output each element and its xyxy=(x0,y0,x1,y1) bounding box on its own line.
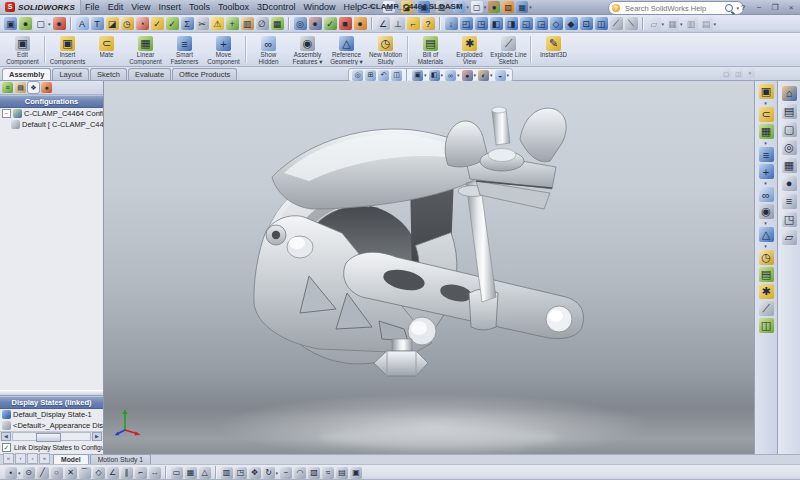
tree-item[interactable]: Default_Display State-1 xyxy=(0,409,103,420)
display-manager-tab-icon[interactable]: ● xyxy=(41,82,52,93)
explode-line-sketch-icon[interactable]: ⟋ xyxy=(759,301,774,316)
section-view-icon[interactable]: ◫ xyxy=(595,17,608,30)
menu-tools[interactable]: Tools xyxy=(185,0,214,14)
menu-view[interactable]: View xyxy=(127,0,154,14)
smart-dimension-icon[interactable]: ↔ xyxy=(149,467,161,479)
zoom-fit-icon[interactable]: ◎ xyxy=(352,70,363,81)
file-explorer-icon[interactable]: ▢ xyxy=(782,122,797,137)
mate-icon[interactable]: ⊂ xyxy=(759,107,774,122)
edit-appearance-icon-caret[interactable]: ▾ xyxy=(474,72,477,78)
custom-properties-icon[interactable]: ≡ xyxy=(782,194,797,209)
new-motion-study-icon[interactable]: ◷ xyxy=(759,250,774,265)
restore-button[interactable]: ❐ xyxy=(768,1,782,14)
window-cascade-icon[interactable]: ▦ xyxy=(666,17,679,30)
instant3d-button-icon[interactable]: ✎ xyxy=(546,36,561,51)
scrollbar-track[interactable] xyxy=(12,432,91,441)
spell-check-icon[interactable]: A xyxy=(76,17,89,30)
snapshot-icon[interactable]: ▣ xyxy=(4,17,17,30)
new-motion-study-button-icon[interactable]: ◷ xyxy=(378,36,393,51)
instant3d-button[interactable]: ✎Instant3D xyxy=(534,33,573,66)
sketch-center-circle-icon[interactable]: ⊙ xyxy=(23,467,35,479)
rotate-view-icon-caret[interactable]: ▾ xyxy=(276,470,279,476)
clipboard-icon[interactable]: ▥ xyxy=(241,17,254,30)
configuration-manager-tab-icon[interactable]: ❖ xyxy=(28,82,39,93)
tab-motion-study-1[interactable]: Motion Study 1 xyxy=(90,454,151,464)
tab-evaluate[interactable]: Evaluate xyxy=(128,68,171,80)
window-arrange-icon[interactable]: ▤ xyxy=(700,17,713,30)
next-tab-button[interactable]: › xyxy=(27,453,38,464)
bill-of-materials-button-icon[interactable]: ▤ xyxy=(423,36,438,51)
sketch-polyline-icon[interactable]: ⌒ xyxy=(79,467,91,479)
mate-button-icon[interactable]: ⊂ xyxy=(99,36,114,51)
menu-3dcontrol[interactable]: 3Dcontrol xyxy=(253,0,300,14)
exploded-view-button[interactable]: ✱Exploded View xyxy=(450,33,489,66)
viewport-split-icon[interactable]: ◫ xyxy=(733,68,743,78)
help-lightbulb-icon[interactable]: ? xyxy=(422,17,435,30)
show-hidden-components-button-icon[interactable]: ∞ xyxy=(261,36,276,51)
standard-views-icon[interactable]: ↓ xyxy=(445,17,458,30)
insert-components-icon-caret[interactable]: ▾ xyxy=(764,100,767,106)
assembly-features-button-icon[interactable]: ◉ xyxy=(300,36,315,51)
linear-component-pattern-button-icon[interactable]: ▦ xyxy=(138,36,153,51)
smart-fasteners-button[interactable]: ≡Smart Fasteners xyxy=(165,33,204,66)
trim-entities-icon[interactable]: ▭ xyxy=(171,467,183,479)
view-orientation-icon[interactable]: ▣ xyxy=(412,70,423,81)
reference-geometry-icon-caret[interactable]: ▾ xyxy=(764,243,767,249)
sketch-offset-icon[interactable]: ◇ xyxy=(93,467,105,479)
apply-scene-icon-caret[interactable]: ▾ xyxy=(490,72,493,78)
gauge-icon[interactable]: ◔ xyxy=(136,17,149,30)
table-icon[interactable]: ▣ xyxy=(350,467,362,479)
display-style-icon[interactable]: ◧ xyxy=(429,70,440,81)
scrollbar-thumb[interactable] xyxy=(36,433,61,442)
view-trimetric-icon[interactable]: ◆ xyxy=(565,17,578,30)
scissors-icon[interactable]: ✂ xyxy=(196,17,209,30)
move-component-button[interactable]: +Move Component ▾ xyxy=(204,33,243,66)
exploded-view-button-icon[interactable]: ✱ xyxy=(462,36,477,51)
smart-fasteners-icon[interactable]: ≡ xyxy=(759,147,774,162)
viewport-close-icon[interactable]: × xyxy=(745,68,755,78)
arc-icon[interactable]: ◠ xyxy=(294,467,306,479)
graphics-viewport[interactable] xyxy=(104,81,754,454)
publish-edrawings-icon[interactable]: ● xyxy=(19,17,32,30)
first-tab-button[interactable]: « xyxy=(3,453,14,464)
edit-component-button-icon[interactable]: ▣ xyxy=(15,36,30,51)
new-motion-study-button[interactable]: ◷New Motion Study xyxy=(366,33,405,66)
menu-edit[interactable]: Edit xyxy=(104,0,128,14)
show-hidden-icon[interactable]: ∞ xyxy=(759,187,774,202)
3d-content-icon[interactable]: ● xyxy=(53,17,66,30)
sheet-icon[interactable]: ▤ xyxy=(336,467,348,479)
menu-insert[interactable]: Insert xyxy=(155,0,186,14)
find-references-icon[interactable]: ◎ xyxy=(294,17,307,30)
window-cascade-icon-caret[interactable]: ▾ xyxy=(680,21,683,27)
sketch-point-icon-caret[interactable]: ▾ xyxy=(18,470,21,476)
view-palette-icon[interactable]: ▦ xyxy=(782,158,797,173)
hide-show-items-icon[interactable]: ∞ xyxy=(445,70,456,81)
view-normal-to-icon[interactable]: ⊡ xyxy=(580,17,593,30)
close-button[interactable]: × xyxy=(784,1,798,14)
verification-icon[interactable]: ✓ xyxy=(324,17,337,30)
design-library-icon[interactable]: ▤ xyxy=(782,104,797,119)
help-search[interactable]: ? ▾ xyxy=(608,1,744,15)
select-tool-icon-caret[interactable]: ▾ xyxy=(48,21,51,27)
search-input[interactable] xyxy=(623,3,722,14)
tree-item[interactable]: −C-CLAMP_C4464 Configuration(s) xyxy=(0,108,103,119)
view-back-icon[interactable]: ◳ xyxy=(475,17,488,30)
property-manager-tab-icon[interactable]: ▤ xyxy=(15,82,26,93)
design-checker-icon[interactable]: ◷ xyxy=(121,17,134,30)
rotate-view-icon[interactable]: ↻ xyxy=(263,467,275,479)
solidworks-resources-icon[interactable]: ⌂ xyxy=(782,86,797,101)
linear-pattern-icon-caret[interactable]: ▾ xyxy=(764,140,767,146)
display-style-icon-caret[interactable]: ▾ xyxy=(441,72,444,78)
drag-icon[interactable]: ✥ xyxy=(249,467,261,479)
link-display-states-checkbox[interactable]: ✓ xyxy=(2,443,11,452)
view-front-icon[interactable]: ◰ xyxy=(460,17,473,30)
screen-capture-icon[interactable]: ▦ xyxy=(516,1,528,13)
assembly-features-button[interactable]: ◉Assembly Features ▾ xyxy=(288,33,327,66)
tab-sketch[interactable]: Sketch xyxy=(90,68,127,80)
paste-icon[interactable]: ▥ xyxy=(221,467,233,479)
reference-geometry-button[interactable]: △Reference Geometry ▾ xyxy=(327,33,366,66)
forum-icon[interactable]: ▱ xyxy=(782,230,797,245)
image-icon[interactable]: ▧ xyxy=(308,467,320,479)
sketch-cross-icon[interactable]: ✕ xyxy=(65,467,77,479)
scroll-left-icon[interactable]: ◀ xyxy=(1,432,11,441)
